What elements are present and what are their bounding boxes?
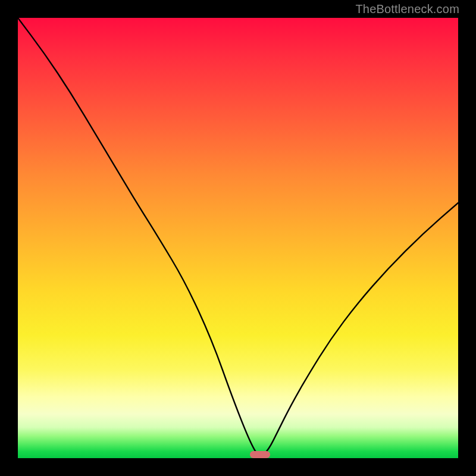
watermark-text: TheBottleneck.com — [355, 2, 459, 16]
bottleneck-curve — [18, 18, 458, 458]
minimum-marker — [250, 451, 270, 458]
chart-frame: TheBottleneck.com — [0, 0, 476, 476]
plot-area — [18, 18, 458, 458]
